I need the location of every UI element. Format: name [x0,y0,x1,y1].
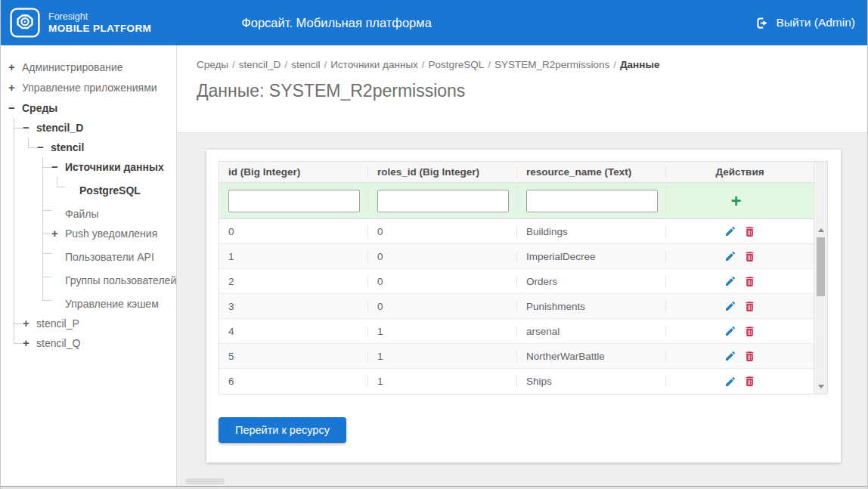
sidebar-item-postgresql[interactable]: PostgreSQL [66,181,141,200]
scrollbar-thumb[interactable] [817,237,825,296]
collapse-icon[interactable]: − [8,98,20,118]
column-header-id[interactable]: id (Big Integer) [219,166,368,178]
trash-icon [743,325,756,338]
edit-button[interactable] [724,325,736,337]
filter-input-roles-id[interactable] [377,190,509,212]
sidebar-item-stencil-d[interactable]: − stencil_D [23,118,83,138]
breadcrumb-environments[interactable]: Среды [197,59,228,70]
triangle-up-icon [818,228,824,232]
column-header-roles-id[interactable]: roles_id (Big Integer) [368,166,517,178]
table-row[interactable]: 5 1 NortherWarBattle [219,344,814,369]
edit-button[interactable] [724,376,736,388]
delete-button[interactable] [743,275,756,288]
table-row[interactable]: 0 0 Buildings [219,219,814,244]
pencil-icon [724,250,736,262]
sidebar-item-files[interactable]: Файлы [51,204,98,224]
horizontal-scrollbar-thumb[interactable] [185,478,225,484]
pencil-icon [724,225,736,237]
cell-id: 3 [219,301,368,312]
cell-id: 1 [219,251,368,262]
cell-resource-name: arsenal [517,326,666,337]
breadcrumb-postgresql[interactable]: PostgreSQL [429,59,485,70]
collapse-icon[interactable]: − [23,118,35,138]
breadcrumb-stencil[interactable]: stencil [291,59,320,70]
cell-resource-name: Buildings [517,226,666,237]
data-card: id (Big Integer) roles_id (Big Integer) … [206,150,841,463]
tree-node: PostgreSQL [66,177,176,200]
expand-icon[interactable]: + [23,333,35,353]
main-area: Среды/stencil_D/stencil/Источники данных… [177,45,867,489]
tree-node: Файлы [51,200,176,224]
triangle-down-icon [818,385,824,388]
breadcrumb-current: Данные [620,59,659,70]
cell-id: 5 [219,351,368,362]
delete-button[interactable] [743,350,756,363]
cell-id: 0 [219,226,368,237]
edit-button[interactable] [724,225,736,237]
data-grid: id (Big Integer) roles_id (Big Integer) … [219,161,828,395]
sidebar-item-api-users[interactable]: Пользователи API [51,247,154,267]
sidebar-item-cache-management[interactable]: Управление кэшем [51,294,159,314]
logo-line1: Foresight [48,11,151,23]
sidebar-item-data-sources[interactable]: − Источники данных [51,157,164,177]
breadcrumb-separator: / [281,59,291,70]
trash-icon [743,300,756,313]
window-bottom-edge [1,486,867,489]
scroll-up-arrow[interactable] [814,224,827,236]
table-row[interactable]: 6 1 Ships [219,369,814,394]
breadcrumb-separator: / [609,59,620,70]
page-header: Среды/stencil_D/stencil/Источники данных… [177,45,867,133]
table-row[interactable]: 4 1 arsenal [219,319,814,344]
sidebar-item-stencil[interactable]: − stencil [37,138,84,157]
edit-button[interactable] [724,250,736,262]
sidebar-item-environments[interactable]: − Среды [8,98,57,118]
cell-resource-name: Punishments [517,301,666,312]
add-row-button[interactable]: + [730,192,741,210]
delete-button[interactable] [743,375,756,388]
column-header-actions: Действия [666,166,814,178]
sidebar-item-administration[interactable]: + Администрирование [8,57,123,77]
table-row[interactable]: 3 0 Punishments [219,294,814,319]
logout-button[interactable]: Выйти (Admin) [755,0,855,45]
sidebar-item-push-notifications[interactable]: + Push уведомления [51,224,157,243]
scroll-down-arrow[interactable] [814,380,827,392]
edit-button[interactable] [724,350,736,362]
expand-icon[interactable]: + [23,314,35,333]
sidebar-item-stencil-q[interactable]: + stencil_Q [23,333,80,353]
table-row[interactable]: 2 0 Orders [219,269,814,294]
cell-id: 4 [219,326,368,337]
expand-icon[interactable]: + [8,57,20,77]
breadcrumb-stencil-d[interactable]: stencil_D [239,59,281,70]
sidebar: + Администрирование + Управление приложе… [1,45,177,489]
filter-input-resource-name[interactable] [526,190,658,212]
foresight-logo-icon [10,8,40,38]
filter-input-id[interactable] [228,190,360,212]
expand-icon[interactable]: + [8,78,20,97]
table-row[interactable]: 1 0 ImperialDecree [219,244,814,269]
breadcrumb-data-sources[interactable]: Источники данных [330,59,418,70]
edit-button[interactable] [724,300,736,312]
delete-button[interactable] [743,250,756,263]
tree-node: + Push уведомления [51,224,176,243]
expand-icon[interactable]: + [51,224,64,243]
table-scrollbar[interactable] [814,162,827,394]
goto-resource-button[interactable]: Перейти к ресурсу [219,417,346,443]
pencil-icon [724,275,736,287]
tree-node: Пользователи API [51,243,176,267]
delete-button[interactable] [743,325,756,338]
trash-icon [743,225,756,238]
delete-button[interactable] [743,300,756,313]
collapse-icon[interactable]: − [37,138,49,157]
collapse-icon[interactable]: − [51,157,64,177]
delete-button[interactable] [743,225,756,238]
edit-button[interactable] [724,275,736,287]
column-header-resource-name[interactable]: resource_name (Text) [517,166,666,178]
breadcrumb-separator: / [228,59,239,70]
sidebar-item-stencil-p[interactable]: + stencil_P [23,314,79,333]
sidebar-item-app-management[interactable]: + Управление приложениями [8,78,157,97]
sidebar-item-user-groups[interactable]: Группы пользователей [51,271,176,290]
cell-roles-id: 1 [368,351,517,362]
breadcrumb-table[interactable]: SYSTEM_R2permissions [494,59,609,70]
tree-node: − Источники данных PostgreSQL [51,157,176,200]
grid-filter-row: + [219,183,814,219]
